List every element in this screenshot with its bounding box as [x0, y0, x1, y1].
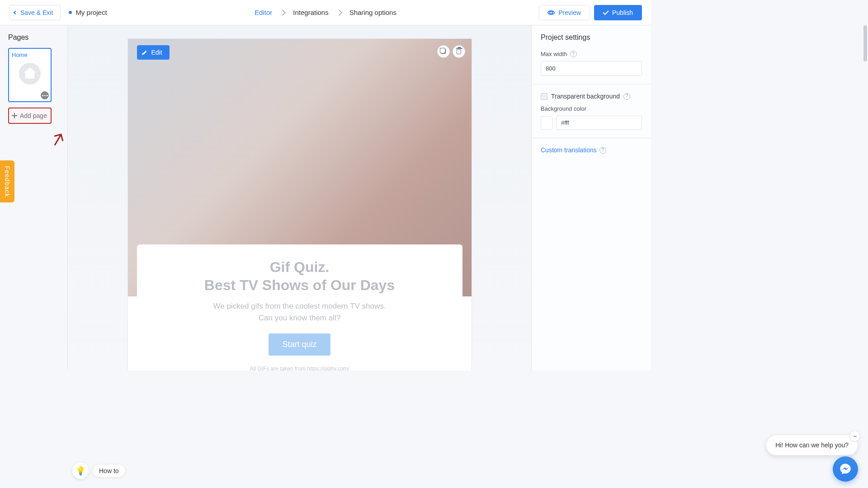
transparent-bg-row[interactable]: Transparent background ? — [541, 93, 642, 100]
pages-heading: Pages — [8, 33, 63, 42]
edit-label: Edit — [151, 49, 162, 56]
nav-step-editor[interactable]: Editor — [255, 9, 272, 16]
quiz-title-line2: Best TV Shows of Our Days — [204, 277, 395, 293]
max-width-label-text: Max width — [541, 51, 567, 57]
save-exit-button[interactable]: Save & Exit — [9, 5, 61, 20]
help-icon[interactable]: ? — [623, 93, 630, 100]
quiz-desc-line1: We picked gifs from the coolest modern T… — [213, 302, 386, 310]
plus-icon — [12, 113, 17, 118]
quiz-description: We picked gifs from the coolest modern T… — [151, 300, 449, 324]
transparent-bg-checkbox[interactable] — [541, 93, 547, 100]
duplicate-block-button[interactable] — [437, 45, 450, 58]
top-nav: Editor Integrations Sharing options — [255, 9, 396, 16]
check-icon — [603, 9, 609, 14]
save-exit-label: Save & Exit — [20, 9, 53, 16]
help-icon[interactable]: ? — [570, 51, 577, 57]
bg-color-row — [541, 116, 642, 130]
page-thumb-label: Home — [12, 52, 48, 58]
copy-icon — [441, 49, 446, 54]
custom-translations-row[interactable]: Custom translations ? — [541, 146, 642, 154]
quiz-footnote: All GIFs are taken from https://giphy.co… — [151, 366, 449, 371]
help-icon[interactable]: ? — [599, 147, 606, 154]
bg-color-field: Background color — [541, 105, 642, 130]
add-page-label: Add page — [20, 112, 47, 119]
chevron-left-icon — [14, 10, 17, 14]
trash-icon — [457, 49, 461, 54]
project-name-label: My project — [75, 9, 107, 16]
bg-color-input[interactable] — [556, 116, 642, 130]
transparent-bg-label: Transparent background — [551, 93, 620, 100]
chevron-right-icon — [336, 9, 342, 15]
quiz-title: Gif Quiz. Best TV Shows of Our Days — [151, 258, 449, 294]
chevron-right-icon — [279, 9, 286, 15]
start-quiz-button[interactable]: Start quiz — [269, 333, 330, 356]
canvas-area[interactable]: Edit Gif Quiz. Best TV Shows of Our Days… — [68, 25, 531, 371]
page-options-button[interactable] — [41, 91, 49, 99]
divider — [532, 84, 651, 84]
quiz-title-line1: Gif Quiz. — [270, 259, 330, 275]
quiz-desc-line2: Can you know them all? — [259, 314, 340, 322]
topbar-right: Preview Publish — [539, 5, 642, 20]
publish-label: Publish — [612, 9, 633, 16]
edit-block-button[interactable]: Edit — [137, 45, 170, 60]
settings-heading: Project settings — [541, 33, 642, 42]
block-actions — [437, 45, 465, 58]
topbar: Save & Exit My project Editor Integratio… — [0, 0, 651, 25]
preview-button[interactable]: Preview — [539, 5, 590, 20]
add-page-button[interactable]: Add page — [8, 108, 52, 124]
custom-translations-link[interactable]: Custom translations — [541, 146, 597, 154]
project-settings-panel: Project settings Max width ? Transparent… — [531, 25, 651, 371]
max-width-label: Max width ? — [541, 51, 642, 57]
preview-label: Preview — [558, 9, 581, 16]
main: Pages Home Add page Edit — [0, 25, 651, 371]
feedback-tab[interactable]: Feedback — [0, 160, 14, 202]
pencil-icon — [142, 50, 148, 55]
page-thumb-home[interactable]: Home — [8, 48, 52, 102]
home-icon — [19, 63, 41, 84]
quiz-intro-card: Gif Quiz. Best TV Shows of Our Days We p… — [137, 244, 462, 371]
canvas[interactable]: Edit Gif Quiz. Best TV Shows of Our Days… — [128, 39, 472, 371]
bg-color-swatch[interactable] — [541, 116, 552, 130]
bg-color-label: Background color — [541, 105, 642, 112]
nav-step-sharing[interactable]: Sharing options — [349, 9, 396, 16]
max-width-input[interactable] — [541, 61, 642, 76]
publish-button[interactable]: Publish — [594, 5, 642, 20]
divider — [532, 138, 651, 138]
delete-block-button[interactable] — [453, 45, 465, 58]
annotation-arrow-icon — [49, 128, 68, 148]
eye-icon — [547, 10, 555, 15]
max-width-field: Max width ? — [541, 51, 642, 76]
nav-step-integrations[interactable]: Integrations — [293, 9, 328, 16]
project-name[interactable]: My project — [69, 9, 107, 16]
